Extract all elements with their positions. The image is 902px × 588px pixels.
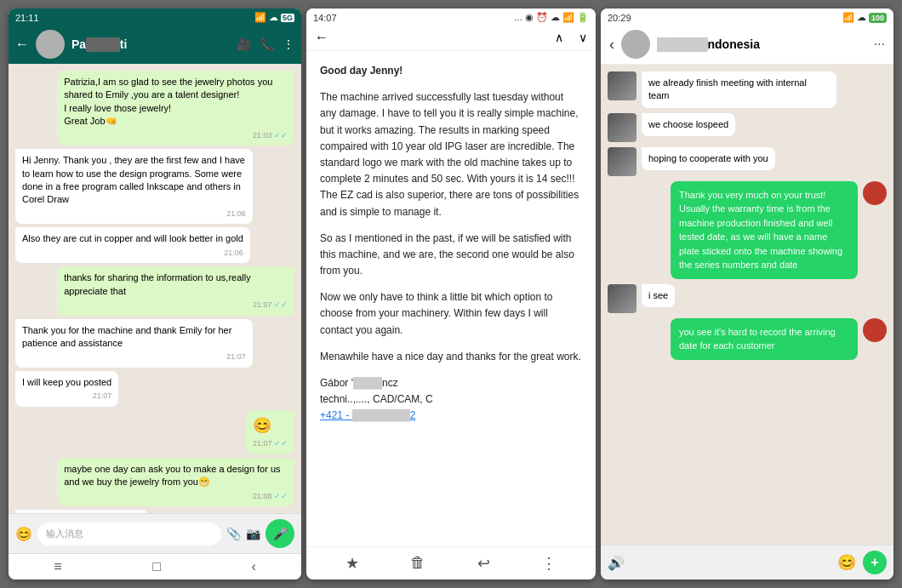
message-text-bubble: i see (642, 284, 675, 307)
message-item: thanks for sharing the information to us… (57, 266, 294, 315)
message-time: 21:06 (22, 248, 243, 259)
back-icon-3[interactable]: ‹ (609, 36, 614, 54)
chat-header-3: ‹ ██████ndonesia ··· (601, 25, 893, 65)
back-icon-2[interactable]: ← (315, 30, 328, 45)
message-item: Also they are cut in copper and will loo… (15, 227, 250, 263)
message-text: hoping to cooperate with you (648, 152, 768, 165)
home-icon[interactable]: □ (152, 559, 161, 574)
header-icons-1: 🎥 📞 ⋮ (237, 37, 294, 51)
menu-icon[interactable]: ≡ (54, 559, 61, 574)
message-item: hoping to cooperate with you (608, 147, 775, 176)
message-item: maybe one day can ask you to make a desi… (57, 458, 294, 506)
contact-name-1: Pa████ti (71, 37, 230, 51)
email-body: Good day Jenny! The machine arrived succ… (306, 51, 596, 546)
message-text: Thank you for the machine and thank Emil… (22, 324, 246, 351)
message-item: we choose lospeed (608, 113, 735, 142)
attach-icon[interactable]: 📎 (226, 527, 241, 540)
message-text: maybe one day can ask you to make a desi… (64, 463, 288, 489)
status-icons-2: ... ◉ ⏰ ☁ 📶 🔋 (515, 12, 589, 23)
avatar-3 (621, 30, 650, 59)
time-2: 14:07 (313, 13, 337, 23)
chat-header-1: ← Pa████ti 🎥 📞 ⋮ (9, 25, 301, 64)
thumbnail-1 (608, 71, 637, 100)
message-item: 😊 21:07 ✓✓ (246, 410, 294, 454)
message-text: 😊 (253, 415, 288, 437)
statusbar-2: 14:07 ... ◉ ⏰ ☁ 📶 🔋 (306, 9, 596, 25)
time-1: 21:11 (15, 13, 39, 23)
message-item: you see it's hard to record the arriving… (671, 318, 887, 360)
thumbnail-2 (608, 113, 637, 142)
message-text: I will keep you posted (22, 376, 111, 389)
greeting-text: Good day Jenny! (320, 65, 402, 77)
user-avatar-3b (863, 318, 887, 342)
emoji-icon-3[interactable]: 😊 (837, 553, 856, 572)
message-item: Hi Jenny. Thank you , they are the first… (15, 149, 253, 224)
message-text-bubble: we choose lospeed (642, 113, 735, 136)
paragraph-1: The machine arrived successfully last tu… (320, 89, 582, 220)
message-item: we already finish meeting with internal … (608, 71, 836, 108)
back-nav-icon[interactable]: ‹ (251, 559, 255, 574)
thumbnail-3 (608, 147, 637, 176)
time-3: 20:29 (608, 13, 631, 23)
message-time: 21:06 (22, 208, 246, 220)
reply-icon[interactable]: ↩ (477, 554, 490, 573)
message-time: 21:07 (22, 391, 111, 402)
whatsapp-panel-3: 20:29 📶 ☁ 100 ‹ ██████ndonesia ··· we al… (601, 9, 893, 579)
message-time: 21:08 ✓✓ (64, 491, 288, 502)
whatsapp-panel-1: 21:11 📶 ☁ 5G ← Pa████ti 🎥 📞 ⋮ Patrizia,I… (9, 9, 301, 579)
message-text: i see (648, 289, 668, 302)
footer-icons-3: 😊 + (837, 551, 887, 574)
message-input-bar: 😊 输入消息 📎 📷 🎤 (9, 513, 301, 553)
greeting: Good day Jenny! (320, 63, 582, 79)
status-icons-3: 📶 ☁ 100 (842, 12, 887, 23)
message-time: 21:07 ✓✓ (253, 438, 288, 449)
status-icons-1: 📶 ☁ 5G (254, 12, 294, 23)
call-icon[interactable]: 📞 (260, 37, 274, 51)
message-item: Thank you very much on your trust!Usuall… (671, 181, 887, 279)
phone-link[interactable]: +421 - ████████2 (320, 409, 415, 421)
add-button[interactable]: + (863, 551, 887, 574)
message-input-bar-3: 🔊 😊 + (601, 545, 893, 579)
camera-icon[interactable]: 📷 (246, 527, 260, 540)
more-icon[interactable]: ⋮ (283, 37, 294, 51)
message-text: Patrizia,I am so glad to see the jewelry… (64, 76, 288, 128)
star-icon[interactable]: ★ (345, 554, 359, 573)
message-text: Hi Jenny. Thank you , they are the first… (22, 154, 246, 207)
message-text: we choose lospeed (648, 118, 728, 131)
message-item: Patrizia,I am so glad to see the jewelry… (57, 71, 294, 146)
message-input[interactable]: 输入消息 (37, 522, 221, 545)
message-item: i see (608, 284, 675, 313)
contact-name-3: ██████ndonesia (657, 37, 867, 51)
message-text: Also they are cut in copper and will loo… (22, 232, 243, 245)
emoji-icon[interactable]: 😊 (15, 526, 32, 542)
message-text-bubble: we already finish meeting with internal … (642, 71, 836, 108)
email-header: ← ∧ ∨ (306, 25, 596, 51)
down-icon[interactable]: ∨ (579, 31, 587, 44)
email-panel: 14:07 ... ◉ ⏰ ☁ 📶 🔋 ← ∧ ∨ Good day Jenny… (306, 9, 596, 579)
email-footer: ★ 🗑 ↩ ⋮ (306, 546, 596, 579)
message-item: Thank you for the machine and thank Emil… (15, 319, 253, 368)
paragraph-4: Menawhile have a nice day and thanks for… (320, 349, 582, 365)
more-icon-3[interactable]: ··· (874, 37, 885, 52)
voice-icon[interactable]: 🔊 (608, 555, 625, 571)
statusbar-3: 20:29 📶 ☁ 100 (601, 9, 893, 25)
user-avatar-3 (863, 181, 887, 205)
mic-button[interactable]: 🎤 (265, 519, 294, 548)
avatar-1 (36, 30, 65, 59)
up-icon[interactable]: ∧ (555, 31, 563, 44)
message-time: 21:07 (22, 351, 246, 363)
message-time: 21:07 ✓✓ (64, 300, 288, 311)
message-text-bubble: Thank you very much on your trust!Usuall… (671, 181, 858, 279)
message-time: 21:03 ✓✓ (64, 130, 288, 141)
message-item: Would love to do one for you 21:08 (15, 510, 148, 513)
more-options-icon[interactable]: ⋮ (541, 554, 557, 573)
message-item: I will keep you posted 21:07 (15, 371, 118, 407)
delete-icon[interactable]: 🗑 (410, 554, 425, 573)
messages-list-3: we already finish meeting with internal … (601, 65, 893, 545)
signature: Gábor '████ncz techni..,...., CAD/CAM, C… (320, 375, 582, 425)
video-icon[interactable]: 🎥 (237, 37, 251, 51)
message-text: thanks for sharing the information to us… (64, 271, 288, 298)
message-text: we already finish meeting with internal … (648, 77, 830, 103)
back-icon-1[interactable]: ← (15, 37, 29, 52)
statusbar-1: 21:11 📶 ☁ 5G (9, 9, 301, 25)
